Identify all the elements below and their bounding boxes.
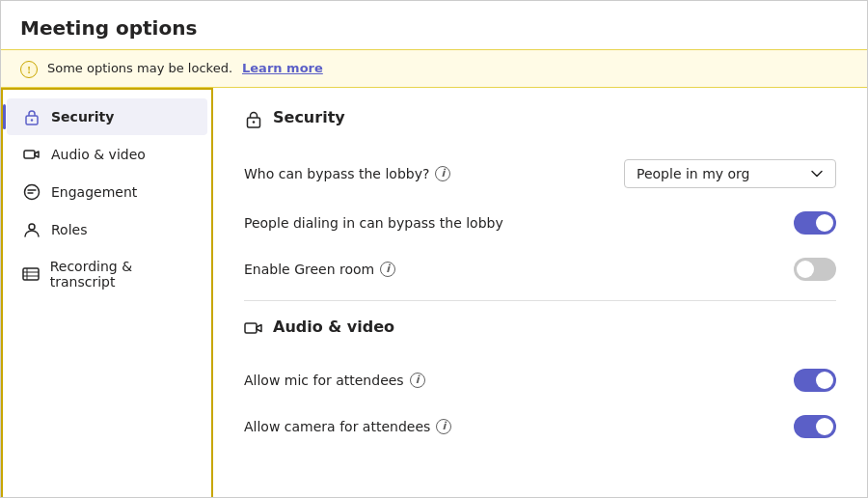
section-divider [244,300,836,301]
toggle-thumb [816,418,833,435]
toggle-thumb [816,372,833,389]
sidebar-item-security[interactable]: Security [7,98,207,135]
bypass-lobby-label: Who can bypass the lobby? i [244,166,450,181]
allow-camera-toggle[interactable] [794,415,836,438]
green-room-toggle[interactable] [794,258,836,281]
setting-row-green-room: Enable Green room i [244,246,836,292]
camera-icon [22,146,41,163]
dropdown-value: People in my org [637,166,750,181]
allow-camera-label: Allow camera for attendees i [244,419,451,434]
sidebar-item-label: Roles [51,222,87,237]
bypass-lobby-info-icon[interactable]: i [435,166,450,181]
svg-point-3 [31,119,33,121]
security-section: Security Who can bypass the lobby? i Peo… [244,107,836,292]
dialing-bypass-toggle[interactable] [794,211,836,235]
audio-video-section-title: Audio & video [273,318,394,336]
person-icon [22,221,41,238]
security-section-header: Security [244,107,836,128]
sidebar-item-audio-video[interactable]: Audio & video [7,136,207,173]
audio-video-section-icon [244,317,263,338]
svg-point-6 [29,224,35,230]
sidebar-item-engagement[interactable]: Engagement [7,174,207,210]
banner-learn-more-link[interactable]: Learn more [242,61,323,75]
setting-row-allow-camera: Allow camera for attendees i [244,403,836,450]
sidebar-item-roles[interactable]: Roles [7,211,207,248]
svg-rect-13 [245,323,257,333]
setting-row-dialing-bypass: People dialing in can bypass the lobby [244,200,836,246]
audio-video-section: Audio & video Allow mic for attendees i … [244,317,836,450]
bypass-lobby-dropdown[interactable]: People in my org [624,159,836,188]
setting-row-bypass-lobby: Who can bypass the lobby? i People in my… [244,148,836,200]
content-area: Security Who can bypass the lobby? i Peo… [213,88,867,499]
toggle-thumb [816,214,833,232]
sidebar: Security Audio & video Engagement [1,88,213,499]
chevron-down-icon [810,166,824,180]
warning-icon: ! [20,59,38,78]
lock-icon [22,108,41,125]
security-section-title: Security [273,108,345,126]
sidebar-item-label: Audio & video [51,147,146,162]
svg-point-5 [25,184,40,199]
svg-point-12 [253,121,256,124]
svg-rect-7 [23,268,39,280]
allow-camera-info-icon[interactable]: i [436,419,451,434]
sidebar-item-label: Security [51,109,114,124]
allow-mic-toggle[interactable] [794,369,836,392]
dialing-bypass-label: People dialing in can bypass the lobby [244,215,503,231]
sidebar-item-label: Engagement [51,184,137,200]
security-section-icon [244,107,263,128]
setting-row-allow-mic: Allow mic for attendees i [244,357,836,403]
toggle-thumb [797,261,814,278]
green-room-info-icon[interactable]: i [380,262,395,277]
page-title: Meeting options [1,1,867,49]
chat-icon [22,183,41,201]
sidebar-item-label: Recording & transcript [50,259,192,290]
sidebar-item-recording[interactable]: Recording & transcript [7,249,207,299]
recording-icon [22,265,41,283]
audio-video-section-header: Audio & video [244,317,836,338]
green-room-label: Enable Green room i [244,262,395,277]
allow-mic-info-icon[interactable]: i [410,373,425,388]
svg-text:!: ! [27,64,31,75]
allow-mic-label: Allow mic for attendees i [244,373,425,388]
svg-rect-4 [24,151,35,158]
banner-text: Some options may be locked. [47,61,232,75]
warning-banner: ! Some options may be locked. Learn more [1,49,867,88]
